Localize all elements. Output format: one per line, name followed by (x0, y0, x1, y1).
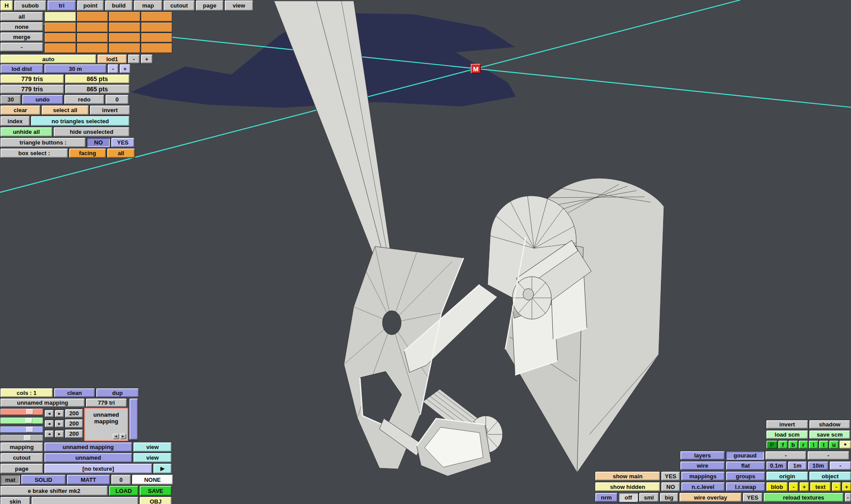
layers-button[interactable]: layers (680, 451, 725, 460)
wire-button[interactable]: wire (680, 461, 725, 470)
subob-grid-cell[interactable] (45, 43, 76, 53)
red-right-arrow[interactable]: ► (55, 410, 64, 417)
menu-map-tab[interactable]: map (134, 0, 162, 11)
show-main-button[interactable]: show main (595, 472, 660, 481)
green-value[interactable]: 200 (65, 419, 83, 428)
subob-grid-cell[interactable] (109, 33, 140, 43)
redo-button[interactable]: redo (64, 95, 104, 104)
subob-grid-cell[interactable] (109, 12, 140, 21)
nrm-sml-button[interactable]: sml (639, 493, 659, 502)
invert-button[interactable]: invert (766, 420, 808, 429)
cols-button[interactable]: cols : 1 (0, 388, 53, 397)
proj-b-button[interactable]: b (789, 441, 798, 449)
subob-dash-button[interactable]: - (0, 43, 43, 51)
red-channel-slider[interactable] (0, 409, 43, 415)
mat-solid-button[interactable]: SOLID (21, 475, 66, 484)
grid-10m-button[interactable]: 10m (808, 461, 828, 470)
origin-marker[interactable]: M (471, 64, 481, 74)
blob-minus-button[interactable]: - (789, 482, 798, 491)
text-button[interactable]: text (810, 482, 831, 491)
proj-t-button[interactable]: t (819, 441, 828, 449)
obj-button[interactable]: OBJ (140, 497, 172, 504)
subob-grid-cell[interactable] (77, 33, 108, 43)
blob-plus-button[interactable]: + (800, 482, 809, 491)
blue-channel-slider[interactable] (0, 426, 43, 433)
mat-none-value[interactable]: NONE (132, 475, 173, 484)
unhide-all-button[interactable]: unhide all (0, 127, 52, 137)
mapping-name[interactable]: unnamed mapping (0, 399, 85, 407)
nrm-off-button[interactable]: off (619, 493, 638, 502)
grid-dash-button[interactable]: - (830, 461, 851, 470)
blob-button[interactable]: blob (766, 482, 788, 491)
triangle-buttons-yes[interactable]: YES (111, 138, 134, 147)
grid-01m-button[interactable]: 0.1m (766, 461, 787, 470)
cutout-view-button[interactable]: view (133, 453, 172, 462)
page-texture-value[interactable]: [no texture] (44, 464, 152, 473)
text-minus-button[interactable]: - (832, 482, 841, 491)
layers-dash1-button[interactable]: - (765, 451, 806, 460)
nrm-button[interactable]: nrm (595, 493, 617, 502)
origin-button[interactable]: origin (766, 472, 808, 481)
proj-r-button[interactable]: r (799, 441, 808, 449)
subob-grid-cell[interactable] (109, 43, 140, 53)
mapping-box-right-arrow[interactable]: ► (120, 434, 126, 439)
select-all-button[interactable]: select all (42, 105, 89, 115)
grid-1m-button[interactable]: 1m (788, 461, 807, 470)
subob-grid-cell[interactable] (45, 33, 76, 43)
cutout-label[interactable]: cutout (0, 453, 43, 462)
mappings-button[interactable]: mappings (681, 472, 725, 481)
blue-right-arrow[interactable]: ► (55, 430, 64, 438)
mapping-name-box[interactable]: unnamed mapping ◄ ► (84, 408, 128, 441)
menu-tri-tab[interactable]: tri (47, 0, 76, 11)
menu-subob-tab[interactable]: subob (14, 0, 46, 11)
reload-dash-button[interactable]: - (845, 493, 851, 502)
show-hidden-no[interactable]: NO (661, 482, 680, 491)
lod-auto-button[interactable]: auto (0, 55, 96, 63)
page-next-button[interactable]: ▶ (153, 464, 172, 473)
index-button[interactable]: index (0, 116, 30, 126)
proj-f-button[interactable]: f (778, 441, 788, 449)
lod1-button[interactable]: lod1 (98, 55, 127, 63)
subob-grid-cell[interactable] (77, 23, 108, 32)
blue-left-arrow[interactable]: ◄ (45, 430, 54, 438)
show-main-yes[interactable]: YES (661, 472, 680, 481)
menu-point-tab[interactable]: point (77, 0, 104, 11)
blue-value[interactable]: 200 (65, 430, 83, 438)
subob-grid-cell[interactable] (141, 12, 172, 21)
clean-button[interactable]: clean (54, 388, 95, 397)
subob-none-button[interactable]: none (0, 22, 43, 31)
subob-grid-cell[interactable] (77, 43, 108, 53)
load-scm-button[interactable]: load scm (766, 430, 808, 439)
nrm-big-button[interactable]: big (660, 493, 678, 502)
green-left-arrow[interactable]: ◄ (45, 420, 54, 427)
lod-dist-value[interactable]: 30 m (44, 64, 106, 73)
skin-button[interactable]: skin (0, 497, 30, 504)
file-name[interactable]: e brake shifter mk2 (0, 486, 108, 496)
menu-h-button[interactable]: H (0, 0, 13, 11)
clear-button[interactable]: clear (0, 105, 40, 115)
subob-all-button[interactable]: all (0, 12, 43, 21)
undo-button[interactable]: undo (22, 95, 63, 104)
box-select-all[interactable]: all (107, 148, 135, 158)
groups-button[interactable]: groups (726, 472, 765, 481)
subob-grid-cell[interactable] (141, 33, 172, 43)
menu-cutout-tab[interactable]: cutout (164, 0, 195, 11)
save-scm-button[interactable]: save scm (809, 430, 850, 439)
mapping-view-button[interactable]: view (133, 442, 172, 452)
proj-dot-button[interactable]: • (839, 441, 851, 449)
red-value[interactable]: 200 (65, 409, 83, 418)
green-channel-slider[interactable] (0, 418, 43, 424)
proj-u-button[interactable]: u (829, 441, 839, 449)
lod-minus-button[interactable]: - (128, 55, 140, 63)
proj-p-button[interactable]: P (766, 441, 777, 449)
mapping-scroll-strip[interactable] (129, 399, 138, 440)
mat-button[interactable]: mat (0, 475, 20, 484)
subob-grid-cell[interactable] (141, 23, 172, 32)
layers-dash2-button[interactable]: - (808, 451, 849, 460)
show-hidden-button[interactable]: show hidden (595, 482, 660, 491)
lod-dist-minus-button[interactable]: - (108, 64, 118, 73)
triangle-buttons-no[interactable]: NO (87, 138, 110, 147)
gray-channel-slider[interactable] (0, 435, 43, 441)
proj-l-button[interactable]: l (809, 441, 818, 449)
wire-overlay-button[interactable]: wire overlay (679, 493, 742, 502)
